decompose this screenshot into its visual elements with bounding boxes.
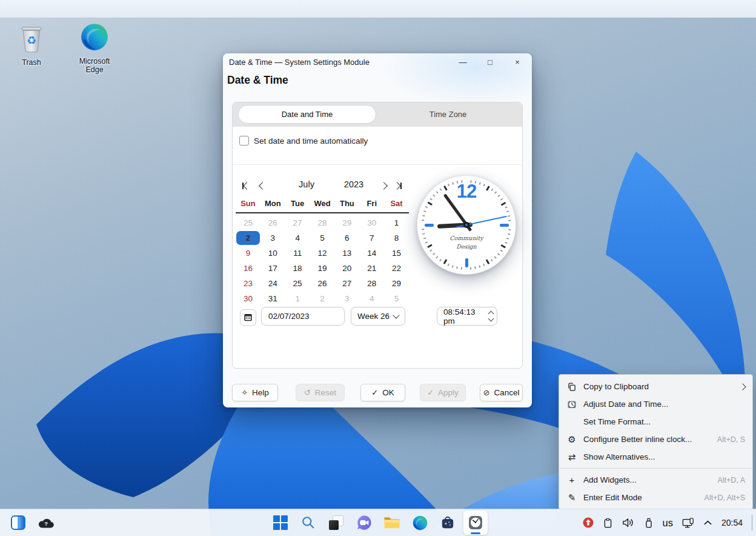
edge-taskbar-button[interactable] — [408, 511, 432, 535]
display-devices-icon[interactable] — [682, 517, 694, 529]
calendar-day[interactable]: 25 — [285, 276, 310, 291]
calendar-day[interactable]: 12 — [310, 246, 335, 261]
menu-item[interactable]: ⇄Show Alternatives... — [559, 448, 752, 466]
time-spinner[interactable]: 08:54:13 pm — [437, 307, 497, 326]
desktop-icon-edge[interactable]: Microsoft Edge — [71, 22, 118, 74]
spinner-arrows-icon[interactable] — [489, 312, 493, 321]
titlebar[interactable]: Date & Time — System Settings Module — □… — [223, 53, 532, 70]
calendar-day[interactable]: 7 — [359, 230, 384, 246]
reset-button[interactable]: ↺ Reset — [296, 384, 345, 401]
menu-item[interactable]: ✎Enter Edit ModeAlt+D, Alt+S — [559, 489, 752, 506]
calendar-day[interactable]: 8 — [384, 230, 409, 246]
apply-button[interactable]: ✓ Apply — [420, 384, 466, 401]
weather-cloud-icon[interactable]: ? — [38, 516, 55, 529]
keyboard-layout-indicator[interactable]: us — [663, 517, 673, 529]
calendar-day[interactable]: 5 — [310, 230, 335, 246]
week-select[interactable]: Week 26 — [351, 307, 405, 326]
calendar-day[interactable]: 3 — [260, 230, 285, 246]
calendar-year[interactable]: 2023 — [332, 179, 376, 189]
tab-date-and-time[interactable]: Date and Time — [238, 105, 376, 124]
menu-item[interactable]: +Add Widgets...Alt+D, A — [559, 471, 752, 489]
calendar-day[interactable]: 28 — [359, 276, 384, 291]
calendar-day[interactable]: 15 — [384, 246, 409, 261]
calendar-day[interactable]: 21 — [359, 261, 384, 276]
calendar-day[interactable]: 19 — [310, 261, 335, 276]
calendar-day[interactable]: 27 — [334, 276, 359, 291]
menu-item[interactable]: Copy to Clipboard — [559, 378, 752, 395]
menu-item[interactable]: Adjust Date and Time... — [559, 395, 752, 413]
calendar-day[interactable]: 9 — [236, 246, 260, 261]
desktop[interactable]: ♻ Trash Microsoft Edge Date & Time — Sys… — [0, 0, 756, 536]
calendar-day[interactable]: 10 — [260, 246, 285, 261]
calendar-day[interactable]: 4 — [359, 291, 384, 306]
calendar-day[interactable]: 14 — [359, 246, 384, 261]
calendar-day[interactable]: 29 — [384, 276, 409, 291]
start-button[interactable] — [268, 511, 293, 535]
calendar-picker-button[interactable] — [240, 309, 256, 326]
clipboard-icon[interactable] — [603, 517, 613, 529]
menu-item-shortcut: Alt+D, Alt+S — [705, 494, 745, 502]
calendar-day[interactable]: 23 — [236, 276, 260, 291]
calendar-day[interactable]: 13 — [334, 246, 359, 261]
menu-item[interactable]: Set Time Format... — [559, 413, 752, 430]
maximize-button[interactable]: □ — [485, 58, 495, 67]
calendar-day[interactable]: 6 — [334, 230, 359, 246]
minimize-button[interactable]: — — [458, 58, 468, 67]
calendar-day[interactable]: 2 — [310, 291, 335, 306]
calendar-day[interactable]: 26 — [310, 276, 335, 291]
tray-expand-chevron-icon[interactable] — [703, 519, 712, 526]
windows-logo-icon — [273, 515, 288, 530]
chat-button[interactable] — [352, 511, 376, 535]
menu-separator — [560, 468, 752, 469]
tab-time-zone[interactable]: Time Zone — [378, 105, 518, 124]
search-button[interactable] — [296, 511, 320, 535]
store-button[interactable] — [436, 511, 460, 535]
calendar-day-selected[interactable]: 2 — [236, 231, 260, 245]
widgets-panel-icon[interactable] — [11, 515, 25, 530]
calendar-day[interactable]: 28 — [310, 215, 335, 230]
calendar-day[interactable]: 5 — [384, 291, 409, 306]
desktop-icon-trash[interactable]: ♻ Trash — [8, 23, 55, 67]
calendar-next-button[interactable] — [378, 180, 389, 191]
calendar-day[interactable]: 27 — [285, 215, 310, 230]
volume-icon[interactable] — [622, 517, 635, 528]
file-explorer-button[interactable] — [380, 511, 404, 535]
day-header: Sat — [384, 198, 409, 210]
calendar-day[interactable]: 3 — [334, 291, 359, 306]
close-button[interactable]: × — [512, 58, 522, 67]
page-title: Date & Time — [227, 74, 288, 87]
ok-button[interactable]: ✓ OK — [360, 384, 405, 401]
show-desktop-button[interactable] — [752, 515, 752, 531]
calendar-prev-button[interactable] — [257, 180, 268, 191]
task-view-button[interactable] — [324, 511, 348, 535]
datetime-app-button[interactable] — [463, 511, 488, 535]
auto-datetime-checkbox[interactable] — [239, 136, 249, 146]
menu-item[interactable]: ⚙Configure Better inline clock...Alt+D, … — [559, 430, 752, 448]
calendar-day[interactable]: 18 — [285, 261, 310, 276]
calendar-day[interactable]: 25 — [236, 215, 260, 230]
date-input[interactable] — [261, 307, 345, 326]
calendar-day[interactable]: 20 — [334, 261, 359, 276]
calendar-month[interactable]: July — [280, 179, 333, 189]
calendar-day[interactable]: 1 — [384, 215, 409, 230]
taskbar-clock[interactable]: 20:54 — [721, 518, 743, 528]
calendar-day[interactable]: 30 — [359, 215, 384, 230]
usb-device-icon[interactable] — [644, 517, 654, 529]
updates-badge-icon[interactable] — [583, 517, 594, 528]
calendar-last-button[interactable] — [393, 180, 403, 191]
help-button[interactable]: ✧ Help — [232, 384, 278, 401]
calendar-first-button[interactable] — [240, 180, 251, 191]
calendar-day[interactable]: 16 — [236, 261, 260, 276]
calendar-day[interactable]: 31 — [260, 291, 285, 306]
cancel-button[interactable]: ⊘ Cancel — [480, 384, 523, 401]
calendar-day[interactable]: 1 — [285, 291, 310, 306]
calendar-day[interactable]: 29 — [334, 215, 359, 230]
calendar-day[interactable]: 26 — [260, 215, 285, 230]
calendar-day[interactable]: 22 — [384, 261, 409, 276]
calendar-day[interactable]: 4 — [285, 230, 310, 246]
calendar-day[interactable]: 30 — [236, 291, 260, 306]
calendar-day[interactable]: 24 — [260, 276, 285, 291]
menu-item-label: Configure Better inline clock... — [583, 435, 712, 444]
calendar-day[interactable]: 17 — [260, 261, 285, 276]
calendar-day[interactable]: 11 — [285, 246, 310, 261]
